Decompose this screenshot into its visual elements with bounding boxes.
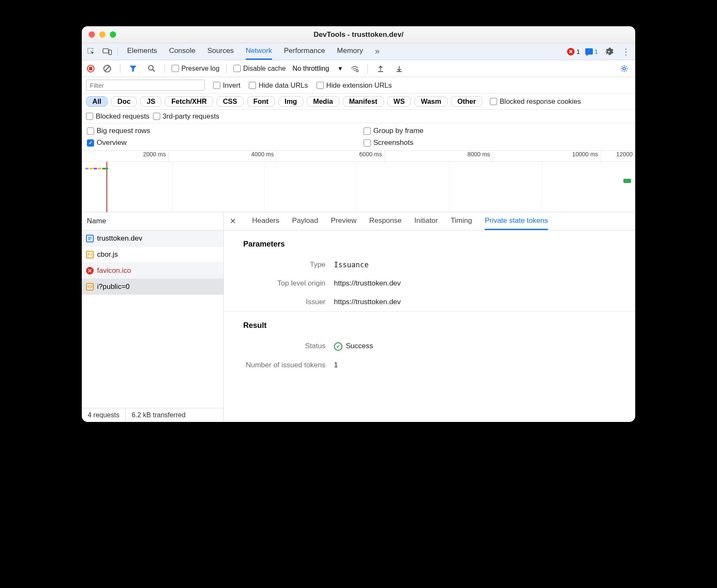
- message-icon: [585, 48, 593, 55]
- third-party-checkbox[interactable]: 3rd-party requests: [153, 112, 220, 120]
- throttling-label: No throttling: [292, 65, 329, 72]
- request-row[interactable]: <> i?public=0: [82, 279, 223, 295]
- tick: 2000 ms: [82, 151, 168, 161]
- request-name: cbor.js: [97, 250, 118, 259]
- error-icon: ✕: [567, 48, 575, 55]
- search-icon[interactable]: [146, 63, 158, 75]
- error-badge[interactable]: ✕ 1: [567, 48, 580, 55]
- disable-cache-checkbox[interactable]: Disable cache: [233, 65, 286, 72]
- group-by-frame-checkbox[interactable]: Group by frame: [364, 127, 630, 135]
- svg-rect-1: [103, 49, 108, 53]
- filter-icon[interactable]: [127, 63, 139, 75]
- record-button[interactable]: [87, 65, 94, 72]
- separator: [120, 64, 120, 73]
- chip-all[interactable]: All: [86, 96, 108, 107]
- chip-media[interactable]: Media: [307, 96, 339, 107]
- chip-manifest[interactable]: Manifest: [343, 96, 384, 107]
- chip-other[interactable]: Other: [451, 96, 482, 107]
- options-row: Big request rows Overview Group by frame…: [82, 123, 635, 151]
- param-type-value: Issuance: [334, 261, 369, 269]
- tab-network[interactable]: Network: [246, 43, 272, 60]
- chip-font[interactable]: Font: [247, 96, 275, 107]
- disable-cache-label: Disable cache: [243, 65, 286, 72]
- param-issuer-row: Issuer https://trusttoken.dev: [224, 293, 635, 311]
- details-tab-response[interactable]: Response: [369, 212, 402, 230]
- tab-sources[interactable]: Sources: [207, 43, 233, 60]
- messages-badge[interactable]: 1: [585, 48, 598, 55]
- checkbox-icon: [153, 113, 160, 120]
- request-row[interactable]: trusttoken.dev: [82, 230, 223, 247]
- separator: [117, 47, 118, 56]
- close-details-icon[interactable]: ✕: [230, 216, 236, 226]
- window-zoom-icon[interactable]: [110, 31, 116, 38]
- details-tab-timing[interactable]: Timing: [450, 212, 472, 230]
- network-conditions-icon[interactable]: [349, 63, 361, 75]
- request-list-header[interactable]: Name: [82, 212, 223, 230]
- checkbox-icon: [87, 139, 94, 147]
- main-toolbar: Elements Console Sources Network Perform…: [82, 43, 635, 60]
- screenshots-label: Screenshots: [373, 139, 414, 147]
- chip-css[interactable]: CSS: [217, 96, 244, 107]
- document-icon: [86, 235, 94, 242]
- chip-doc[interactable]: Doc: [111, 96, 137, 107]
- tab-console[interactable]: Console: [169, 43, 195, 60]
- svg-line-8: [153, 69, 155, 72]
- invert-checkbox[interactable]: Invert: [213, 81, 240, 89]
- device-toggle-icon[interactable]: [101, 46, 113, 58]
- details-tab-payload[interactable]: Payload: [292, 212, 318, 230]
- request-row[interactable]: <> cbor.js: [82, 247, 223, 263]
- details-tab-initiator[interactable]: Initiator: [414, 212, 438, 230]
- result-status-key: Status: [224, 342, 334, 351]
- overview-checkbox[interactable]: Overview: [87, 139, 353, 147]
- status-area: ✕ 1 1 ⋮: [567, 46, 632, 58]
- param-origin-key: Top level origin: [224, 279, 334, 288]
- details-tab-preview[interactable]: Preview: [331, 212, 356, 230]
- separator: [367, 64, 368, 73]
- inspect-icon[interactable]: [85, 46, 97, 58]
- chip-fetch-xhr[interactable]: Fetch/XHR: [165, 96, 213, 107]
- chip-wasm[interactable]: Wasm: [414, 96, 447, 107]
- checkbox-icon: [364, 139, 371, 147]
- clear-icon[interactable]: [101, 63, 113, 75]
- details-tab-private-state-tokens[interactable]: Private state tokens: [485, 212, 548, 230]
- network-settings-gear-icon[interactable]: [618, 63, 630, 75]
- more-menu-icon[interactable]: ⋮: [620, 46, 632, 58]
- hide-ext-urls-checkbox[interactable]: Hide extension URLs: [317, 81, 392, 89]
- screenshots-checkbox[interactable]: Screenshots: [364, 139, 630, 147]
- tab-performance[interactable]: Performance: [284, 43, 325, 60]
- hide-data-urls-checkbox[interactable]: Hide data URLs: [249, 81, 308, 89]
- upload-har-icon[interactable]: [375, 63, 386, 75]
- preserve-log-label: Preserve log: [181, 65, 220, 72]
- checkbox-icon: [364, 128, 371, 135]
- filter-input[interactable]: [86, 80, 205, 91]
- chip-ws[interactable]: WS: [387, 96, 411, 107]
- big-rows-checkbox[interactable]: Big request rows: [87, 127, 353, 135]
- chip-img[interactable]: Img: [278, 96, 303, 107]
- window-minimize-icon[interactable]: [99, 31, 106, 38]
- tabs-overflow-icon[interactable]: »: [375, 43, 380, 60]
- param-issuer-key: Issuer: [224, 298, 334, 306]
- svg-rect-2: [109, 50, 111, 55]
- settings-gear-icon[interactable]: [603, 46, 615, 58]
- preserve-log-checkbox[interactable]: Preserve log: [172, 65, 220, 72]
- success-check-icon: ✓: [334, 342, 342, 351]
- svg-point-7: [149, 65, 153, 70]
- checkbox-icon: [172, 65, 179, 72]
- request-row[interactable]: ✕ favicon.ico: [82, 263, 223, 279]
- throttling-dropdown[interactable]: No throttling ▾: [292, 64, 342, 72]
- details-tab-headers[interactable]: Headers: [252, 212, 279, 230]
- checkbox-icon: [490, 98, 497, 105]
- timeline-overview[interactable]: 2000 ms 4000 ms 6000 ms 8000 ms 10000 ms…: [82, 151, 635, 212]
- request-name: i?public=0: [97, 283, 130, 291]
- tick: 10000 ms: [493, 151, 601, 161]
- network-toolbar: Preserve log Disable cache No throttling…: [82, 60, 635, 77]
- tab-memory[interactable]: Memory: [337, 43, 363, 60]
- tab-elements[interactable]: Elements: [127, 43, 157, 60]
- window-close-icon[interactable]: [89, 31, 95, 38]
- checkbox-icon: [233, 65, 241, 72]
- download-har-icon[interactable]: [393, 63, 405, 75]
- blocked-requests-checkbox[interactable]: Blocked requests: [86, 112, 150, 120]
- hide-ext-urls-label: Hide extension URLs: [326, 81, 392, 89]
- blocked-cookies-checkbox[interactable]: Blocked response cookies: [490, 97, 581, 105]
- chip-js[interactable]: JS: [140, 96, 161, 107]
